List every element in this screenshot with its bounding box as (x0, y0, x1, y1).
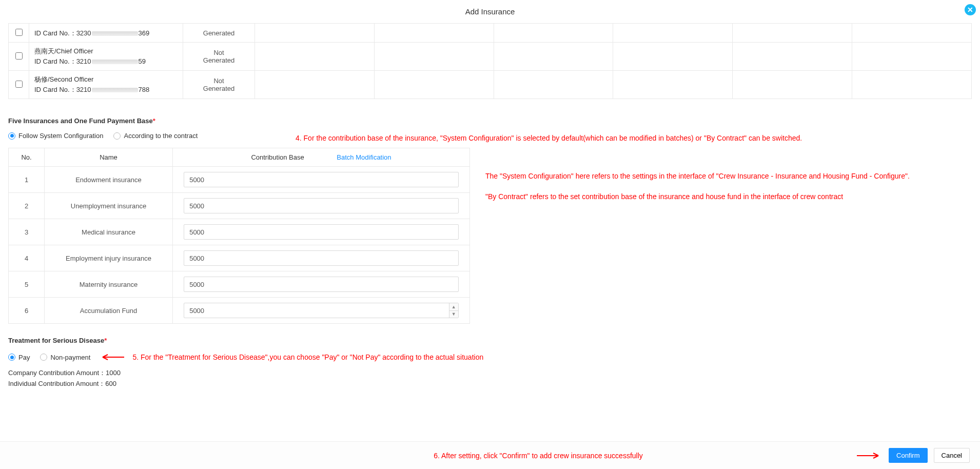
radio-pay[interactable]: Pay (8, 354, 30, 361)
individual-amount-value: 600 (105, 380, 116, 387)
table-row: 2Unemployment insurance (9, 193, 470, 219)
cell-name: Endowment insurance (45, 167, 173, 193)
radio-icon (113, 132, 121, 140)
table-row: ID Card No.：3230369 Generated (9, 24, 972, 43)
th-base: Contribution Base Batch Modification (173, 148, 470, 167)
cell-no: 1 (9, 167, 45, 193)
masked-id (92, 60, 138, 64)
cell-name: Accumulation Fund (45, 298, 173, 324)
masked-id (92, 31, 138, 36)
th-name: Name (45, 148, 173, 167)
row-checkbox[interactable] (15, 52, 23, 60)
row-checkbox[interactable] (15, 81, 23, 88)
cell-name: Medical insurance (45, 219, 173, 245)
contribution-input[interactable] (184, 277, 459, 292)
annotation-4: 4. For the contribution base of the insu… (296, 132, 809, 144)
cell-no: 5 (9, 271, 45, 298)
individual-amount-label: Individual Contribution Amount： (8, 380, 105, 387)
close-icon: ✕ (967, 6, 973, 14)
table-row: 1Endowment insurance (9, 167, 470, 193)
cell-name: Unemployment insurance (45, 193, 173, 219)
annotation-side2: "By Contract" refers to the set contribu… (485, 191, 972, 202)
close-button[interactable]: ✕ (965, 4, 976, 15)
cell-no: 4 (9, 245, 45, 271)
crew-table: ID Card No.：3230369 Generated 燕南天/Chief … (8, 23, 972, 99)
contribution-input[interactable] (184, 224, 459, 240)
id-label: ID Card No.：3210 (34, 57, 91, 65)
id-label: ID Card No.：3230 (34, 29, 91, 37)
payment-base-title: Five Insurances and One Fund Payment Bas… (8, 117, 972, 125)
id-suffix: 59 (139, 57, 146, 65)
contribution-input[interactable] (184, 250, 459, 266)
table-row: 5Maternity insurance (9, 271, 470, 298)
company-amount-label: Company Contribution Amount： (8, 369, 106, 377)
annotation-side1: The "System Configuration" here refers t… (485, 170, 972, 182)
id-label: ID Card No.：3210 (34, 86, 91, 93)
table-row: 6Accumulation Fund ▲ ▼ (9, 298, 470, 324)
masked-id (92, 88, 138, 92)
contribution-table: No. Name Contribution Base Batch Modific… (8, 148, 470, 324)
crew-name: 杨修/Second Officer (34, 75, 178, 84)
radio-label: Non-payment (50, 354, 90, 361)
radio-label: Follow System Configuration (18, 132, 103, 140)
table-row: 杨修/Second Officer ID Card No.：3210788 No… (9, 71, 972, 99)
th-no: No. (9, 148, 45, 167)
status-text: Not (188, 49, 249, 56)
table-row: 燕南天/Chief Officer ID Card No.：321059 Not… (9, 43, 972, 71)
spinner-buttons[interactable]: ▲ ▼ (449, 303, 458, 318)
table-row: 4Employment injury insurance (9, 245, 470, 271)
modal-title: Add Insurance (465, 7, 515, 16)
status-text: Not (188, 77, 249, 85)
serious-disease-title: Treatment for Serious Disease* (8, 337, 972, 344)
batch-modification-link[interactable]: Batch Modification (337, 153, 391, 161)
radio-icon (40, 354, 47, 361)
annotation-5: 5. For the "Treatment for Serious Diseas… (132, 351, 483, 363)
cell-name: Employment injury insurance (45, 245, 173, 271)
cell-no: 6 (9, 298, 45, 324)
contribution-input[interactable] (184, 172, 459, 187)
radio-nonpayment[interactable]: Non-payment (40, 354, 90, 361)
cell-no: 2 (9, 193, 45, 219)
status-text: Generated (188, 29, 249, 37)
radio-label: According to the contract (124, 132, 198, 140)
table-row: 3Medical insurance (9, 219, 470, 245)
chevron-down-icon[interactable]: ▼ (449, 311, 458, 318)
id-suffix: 788 (139, 86, 150, 93)
company-amount-value: 1000 (106, 369, 121, 377)
radio-icon (8, 132, 15, 140)
chevron-up-icon[interactable]: ▲ (449, 303, 458, 311)
cell-name: Maternity insurance (45, 271, 173, 298)
cell-no: 3 (9, 219, 45, 245)
status-text: Generated (188, 56, 249, 64)
crew-name: 燕南天/Chief Officer (34, 47, 178, 56)
radio-label: Pay (18, 354, 30, 361)
id-suffix: 369 (139, 29, 150, 37)
radio-follow-system[interactable]: Follow System Configuration (8, 132, 103, 140)
arrow-left-icon (99, 353, 124, 361)
contribution-input[interactable] (184, 198, 459, 213)
row-checkbox[interactable] (15, 29, 23, 36)
contribution-spinner[interactable] (184, 303, 459, 318)
status-text: Generated (188, 85, 249, 92)
radio-icon (8, 354, 15, 361)
radio-by-contract[interactable]: According to the contract (113, 132, 198, 140)
